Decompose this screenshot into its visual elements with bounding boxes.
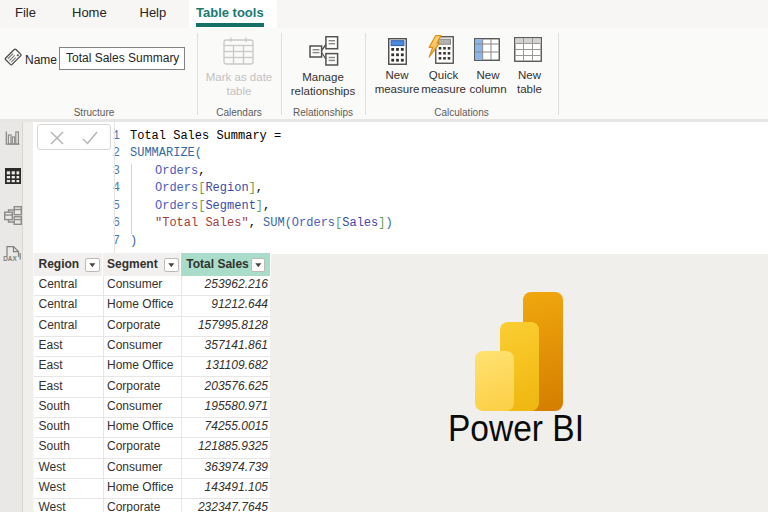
- svg-text:DAX: DAX: [3, 255, 17, 262]
